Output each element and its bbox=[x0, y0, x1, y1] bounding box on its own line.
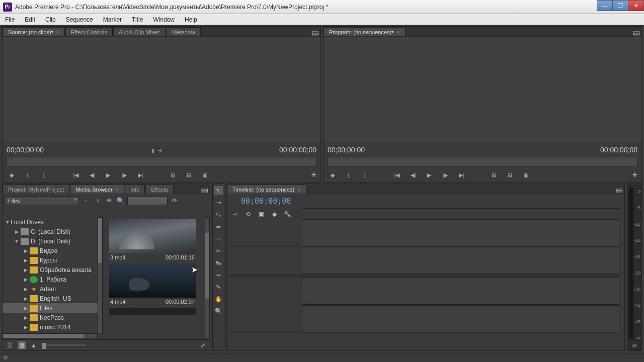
menu-window[interactable]: Window bbox=[148, 15, 180, 24]
menu-marker[interactable]: Marker bbox=[98, 15, 127, 24]
video-track[interactable] bbox=[227, 247, 619, 275]
play-button[interactable]: ▶ bbox=[103, 170, 113, 180]
sort-icon[interactable]: ▲ bbox=[30, 341, 38, 349]
add-button[interactable]: + bbox=[632, 170, 637, 180]
snap-icon[interactable]: ⤙ bbox=[231, 210, 239, 218]
refresh-icon[interactable]: ⟳ bbox=[171, 197, 179, 205]
tree-item[interactable]: Обработка вокала bbox=[3, 265, 98, 275]
files-dropdown[interactable]: Files bbox=[5, 196, 80, 205]
track-select-tool[interactable]: ⇥ bbox=[214, 198, 223, 207]
tree-root[interactable]: Local Drives bbox=[3, 217, 98, 227]
tree-item[interactable]: C: (Local Disk) bbox=[3, 227, 98, 236]
tree-item[interactable]: music 2014 bbox=[3, 322, 98, 332]
goto-in-button[interactable]: |◀ bbox=[71, 170, 81, 180]
play-button[interactable]: ▶ bbox=[424, 170, 434, 180]
mark-in-icon[interactable]: { bbox=[344, 170, 354, 180]
rolling-tool[interactable]: ⇔ bbox=[214, 222, 223, 231]
menu-title[interactable]: Title bbox=[127, 15, 148, 24]
close-icon[interactable]: × bbox=[396, 29, 399, 35]
mark-in-button[interactable]: ◆ bbox=[328, 170, 338, 180]
timeline-timecode[interactable]: 00;00;00;00 bbox=[241, 197, 291, 206]
add-button[interactable]: + bbox=[311, 170, 316, 180]
clip-thumbnail[interactable] bbox=[109, 263, 196, 298]
zoom-tool[interactable]: 🔍 bbox=[214, 307, 223, 316]
mark-in-button[interactable]: ◆ bbox=[7, 170, 17, 180]
tab[interactable]: Project: MyNewProject bbox=[3, 185, 69, 194]
step-back-button[interactable]: ◀| bbox=[408, 170, 418, 180]
hand-tool[interactable]: ✋ bbox=[214, 295, 223, 304]
tree-item[interactable]: Видео bbox=[3, 246, 98, 255]
menu-help[interactable]: Help bbox=[180, 15, 202, 24]
filter-icon[interactable]: ▿ bbox=[94, 197, 102, 205]
menu-clip[interactable]: Clip bbox=[40, 15, 61, 24]
program-ruler[interactable] bbox=[328, 157, 637, 167]
tree-item[interactable]: Files bbox=[3, 303, 98, 313]
menu-sequence[interactable]: Sequence bbox=[61, 15, 98, 24]
timeline-tracks[interactable] bbox=[227, 219, 619, 345]
clip-thumbnail[interactable] bbox=[109, 219, 196, 253]
tree-item[interactable]: Курсы bbox=[3, 255, 98, 265]
list-view-icon[interactable]: ☰ bbox=[6, 341, 14, 349]
close-icon[interactable]: × bbox=[56, 29, 59, 35]
video-track[interactable] bbox=[227, 219, 619, 247]
panel-menu-icon[interactable]: ▤ bbox=[201, 187, 208, 194]
selection-tool[interactable]: ↖ bbox=[214, 186, 223, 195]
mark-out-icon[interactable]: } bbox=[360, 170, 370, 180]
audio-track[interactable] bbox=[227, 305, 619, 333]
settings-icon[interactable]: 🔧 bbox=[283, 210, 291, 218]
goto-in-button[interactable]: |◀ bbox=[392, 170, 402, 180]
goto-out-button[interactable]: ▶| bbox=[456, 170, 466, 180]
close-button[interactable]: ✕ bbox=[628, 0, 644, 11]
panel-menu-icon[interactable]: ▤ bbox=[311, 30, 319, 36]
back-icon[interactable]: ← bbox=[83, 197, 91, 205]
timeline-ruler[interactable] bbox=[302, 208, 619, 218]
insert-icon[interactable]: ⇥ bbox=[157, 147, 162, 154]
tab[interactable]: Audio Clip Mixer: bbox=[113, 27, 166, 36]
tab[interactable]: Metadata bbox=[167, 27, 201, 36]
tab[interactable]: Timeline: (no sequences)× bbox=[227, 185, 306, 194]
eye-icon[interactable]: 👁 bbox=[105, 197, 113, 205]
clip-thumbnail[interactable] bbox=[109, 308, 196, 315]
audio-track[interactable] bbox=[227, 278, 619, 305]
export-frame-button[interactable]: ▣ bbox=[521, 170, 531, 180]
track-marker-icon[interactable]: ◆ bbox=[270, 210, 278, 218]
tree-item[interactable]: KeePass bbox=[3, 313, 98, 322]
ripple-tool[interactable]: ⇆ bbox=[214, 210, 223, 219]
panel-menu-icon[interactable]: ▤ bbox=[632, 30, 640, 36]
menu-edit[interactable]: Edit bbox=[20, 15, 40, 24]
insert-button[interactable]: ⊞ bbox=[168, 170, 178, 180]
maximize-button[interactable]: ❐ bbox=[612, 0, 628, 11]
source-viewer[interactable] bbox=[3, 37, 320, 142]
lift-button[interactable]: ⊞ bbox=[489, 170, 499, 180]
extract-button[interactable]: ⊟ bbox=[505, 170, 515, 180]
tree-scroll-vertical[interactable] bbox=[98, 217, 103, 333]
goto-out-button[interactable]: ▶| bbox=[135, 170, 145, 180]
thumbs-scrollbar[interactable] bbox=[205, 217, 210, 338]
razor-tool[interactable]: ✂ bbox=[214, 246, 223, 255]
tab[interactable]: Media Browser× bbox=[70, 185, 124, 194]
tab[interactable]: Effect Controls bbox=[65, 27, 113, 36]
linked-sel-icon[interactable]: ⟲ bbox=[244, 210, 252, 218]
tree-scroll-horizontal[interactable] bbox=[3, 333, 98, 338]
tree-item[interactable]: ★Artem bbox=[3, 284, 98, 294]
folder-tree[interactable]: Local DrivesC: (Local Disk)D: (Local Dis… bbox=[3, 217, 98, 333]
marker-icon[interactable]: ▮ bbox=[151, 147, 154, 154]
zoom-slider[interactable] bbox=[42, 344, 87, 347]
pen-tool[interactable]: ✎ bbox=[214, 283, 223, 292]
tree-item[interactable]: D: (Local Disk) bbox=[3, 236, 98, 246]
close-icon[interactable]: × bbox=[116, 187, 119, 193]
rate-stretch-tool[interactable]: ↔ bbox=[214, 234, 223, 243]
icon-view-icon[interactable]: ▦ bbox=[18, 341, 26, 349]
step-back-button[interactable]: ◀| bbox=[87, 170, 97, 180]
export-frame-button[interactable]: ▣ bbox=[200, 170, 210, 180]
expand-icon[interactable]: ⤢ bbox=[199, 341, 207, 349]
tab[interactable]: Effects bbox=[145, 185, 173, 194]
source-ruler[interactable] bbox=[7, 157, 316, 167]
menu-file[interactable]: File bbox=[0, 15, 20, 24]
panel-menu-icon[interactable]: ▤ bbox=[615, 187, 623, 194]
tab[interactable]: Info bbox=[125, 185, 145, 194]
slip-tool[interactable]: ↹ bbox=[214, 258, 223, 267]
tree-item[interactable]: 1. Работа bbox=[3, 275, 98, 284]
mark-in-icon[interactable]: { bbox=[23, 170, 33, 180]
tab[interactable]: Program: (no sequences) ▾× bbox=[324, 27, 406, 36]
